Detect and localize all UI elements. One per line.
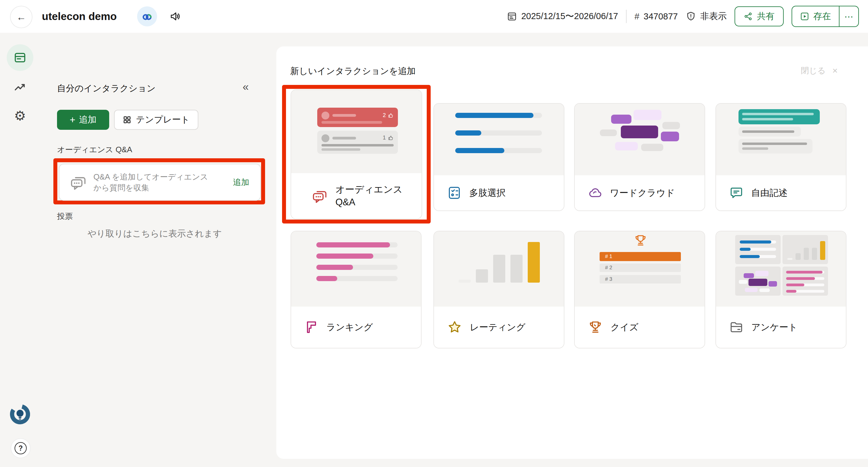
present-play-icon <box>800 12 809 21</box>
add-button-label: 追加 <box>79 114 96 126</box>
card-label: レーティング <box>470 321 526 334</box>
back-button[interactable]: ← <box>10 6 32 28</box>
event-code[interactable]: # 3470877 <box>634 11 678 22</box>
qa-section-label: オーディエンス Q&A <box>57 144 132 155</box>
present-label: 存在 <box>813 10 831 23</box>
word-cloud-icon <box>588 186 602 200</box>
hash-icon: # <box>634 11 639 22</box>
poll-section-label: 投票 <box>57 211 73 222</box>
webex-icon <box>142 11 153 22</box>
card-label: ワードクラウド <box>610 187 675 199</box>
help-button[interactable]: ? <box>11 438 31 458</box>
word-cloud-illustration <box>575 104 705 177</box>
nav-settings-button[interactable]: ⚙ <box>13 108 27 123</box>
survey-folder-icon <box>730 320 743 334</box>
share-button[interactable]: 共有 <box>735 6 784 26</box>
privacy-status[interactable]: 非表示 <box>686 10 727 23</box>
nav-interactions-button[interactable] <box>7 44 33 71</box>
more-options-button[interactable]: ⋯ <box>839 6 858 26</box>
close-icon: × <box>832 65 838 76</box>
interaction-card-multiple-choice[interactable]: 多肢選択 <box>433 103 564 211</box>
trophy-icon <box>634 234 647 248</box>
share-label: 共有 <box>757 10 775 23</box>
slido-logo-icon <box>9 403 31 426</box>
quiz-illustration: # 1 # 2 # 3 <box>575 231 705 308</box>
templates-button-label: テンプレート <box>136 114 190 126</box>
top-bar-actions: 2025/12/15〜2026/06/17 # 3470877 非表示 <box>507 0 859 33</box>
webex-logo <box>137 6 157 26</box>
trending-up-icon <box>13 81 27 94</box>
collapse-sidebar-button[interactable]: « <box>243 81 249 93</box>
card-label: ランキング <box>326 321 373 334</box>
ellipsis-icon: ⋯ <box>844 11 854 22</box>
card-label: 自由記述 <box>751 187 787 199</box>
event-title: utelecon demo <box>42 0 117 33</box>
interaction-card-survey[interactable]: アンケート <box>715 231 846 348</box>
slido-logo <box>9 403 31 426</box>
rating-star-icon <box>447 320 462 335</box>
qa-add-link[interactable]: 追加 <box>233 177 249 188</box>
present-button[interactable]: 存在 <box>792 6 839 26</box>
template-grid-icon <box>123 115 132 124</box>
interactions-icon <box>13 51 27 64</box>
announcement-button[interactable] <box>169 10 181 23</box>
share-icon <box>744 12 753 21</box>
interaction-card-ranking[interactable]: ランキング <box>290 231 422 348</box>
empty-state-hint: やり取りはこちらに表示されます <box>42 228 267 240</box>
chevron-double-left-icon: « <box>243 81 249 93</box>
slido-event-admin: ← utelecon demo 2025/12/ <box>0 0 868 467</box>
rank-label: # 2 <box>605 265 612 271</box>
quiz-trophy-icon <box>588 320 602 335</box>
event-dates[interactable]: 2025/12/15〜2026/06/17 <box>507 10 618 23</box>
plus-icon: + <box>70 114 75 126</box>
rating-illustration <box>434 231 564 308</box>
add-interaction-button[interactable]: + 追加 <box>57 110 109 130</box>
like-count: 1 <box>383 135 386 141</box>
event-code-value: 3470877 <box>644 11 678 22</box>
interaction-card-word-cloud[interactable]: ワードクラウド <box>574 103 705 211</box>
divider <box>626 10 627 23</box>
rank-label: # 1 <box>605 253 612 259</box>
interaction-card-rating[interactable]: レーティング <box>433 231 564 348</box>
multiple-choice-illustration <box>434 104 564 177</box>
audience-qa-icon <box>312 188 328 204</box>
date-range: 2025/12/15〜2026/06/17 <box>521 10 618 23</box>
qa-card-illustration: 2 1 <box>291 90 422 175</box>
close-label: 閉じる <box>801 65 826 76</box>
open-text-icon <box>730 186 743 200</box>
back-arrow-icon: ← <box>17 11 26 23</box>
card-label: クイズ <box>611 321 639 334</box>
open-text-illustration <box>716 104 846 177</box>
question-mark-icon: ? <box>14 442 27 454</box>
survey-illustration <box>716 231 846 308</box>
top-bar: ← utelecon demo 2025/12/ <box>0 0 868 33</box>
sidebar-qa-placeholder-card[interactable]: Q&A を追加してオーディエンスから質問を収集 追加 <box>59 164 261 201</box>
ranking-icon <box>305 320 318 334</box>
qa-placeholder-text: Q&A を追加してオーディエンスから質問を収集 <box>93 171 215 193</box>
panel-title: 新しいインタラクションを追加 <box>290 65 415 77</box>
like-count: 2 <box>383 112 386 119</box>
interaction-card-open-text[interactable]: 自由記述 <box>715 103 846 211</box>
ranking-illustration <box>291 231 421 308</box>
privacy-label: 非表示 <box>700 10 727 23</box>
card-label: アンケート <box>751 321 798 334</box>
speaker-icon <box>169 10 181 23</box>
qa-bubbles-icon <box>70 174 87 191</box>
templates-button[interactable]: テンプレート <box>114 110 198 130</box>
close-panel-button[interactable]: 閉じる × <box>801 65 838 76</box>
interaction-card-audience-qa[interactable]: 2 1 <box>290 90 422 219</box>
sidebar-title: 自分のインタラクション <box>57 83 156 95</box>
card-label: 多肢選択 <box>469 187 505 199</box>
add-interaction-panel: 新しいインタラクションを追加 閉じる × 2 <box>276 46 868 459</box>
thumb-up-icon <box>388 135 394 141</box>
workspace: ⚙ ? 自分のインタラクション « + 追加 テンプレ <box>0 33 868 467</box>
shield-alert-icon <box>686 11 696 22</box>
thumb-up-icon <box>388 113 394 118</box>
card-label: オーディエンス Q&A <box>335 183 405 209</box>
present-split-button: 存在 ⋯ <box>792 6 859 27</box>
gear-icon: ⚙ <box>14 109 26 123</box>
rank-label: # 3 <box>605 276 612 282</box>
nav-analytics-button[interactable] <box>13 81 27 94</box>
interaction-card-quiz[interactable]: # 1 # 2 # 3 <box>574 231 705 348</box>
calendar-icon <box>507 11 517 22</box>
